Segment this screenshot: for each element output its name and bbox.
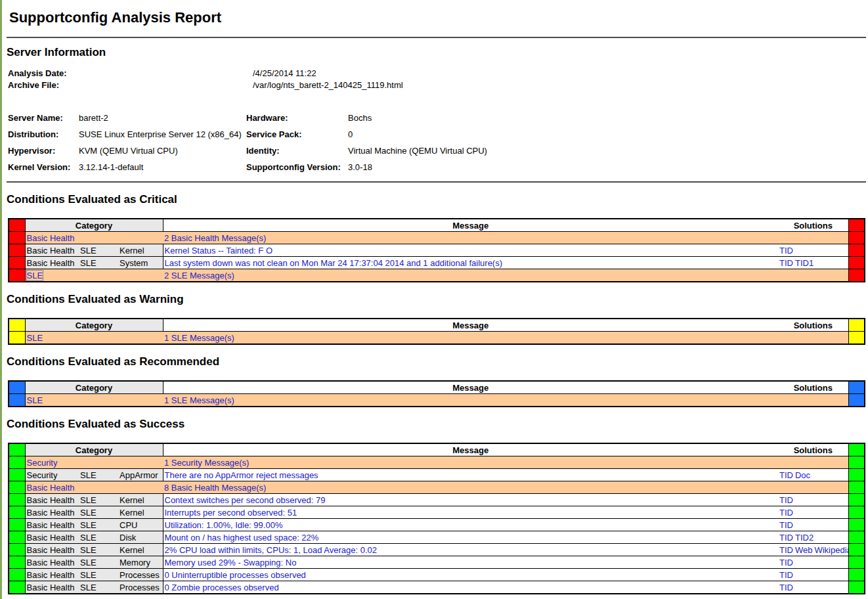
status-cell bbox=[848, 269, 865, 282]
solution-link[interactable]: TID bbox=[779, 520, 793, 530]
status-cell bbox=[9, 394, 25, 407]
meta-label: Archive File: bbox=[7, 79, 253, 91]
message-link[interactable]: 1 SLE Message(s) bbox=[164, 333, 234, 343]
server-detail-label: Hardware: bbox=[245, 110, 347, 126]
solutions-cell: TID bbox=[778, 519, 848, 531]
category-link[interactable]: Basic Health bbox=[27, 483, 75, 493]
status-cell bbox=[9, 319, 25, 332]
category-sub-cell: SLE bbox=[79, 506, 118, 519]
category-cell: Basic Health bbox=[25, 531, 79, 544]
server-detail-row: Hypervisor:KVM (QEMU Virtual CPU)Identit… bbox=[7, 143, 488, 159]
solution-link[interactable]: TID bbox=[779, 246, 793, 255]
solution-link[interactable]: TID bbox=[779, 508, 793, 518]
message-cell: Memory used 29% - Swapping: No bbox=[163, 556, 778, 569]
status-cell bbox=[848, 581, 865, 594]
conditions-table-warning: CategoryMessageSolutionsSLE1 SLE Message… bbox=[8, 318, 865, 345]
status-cell bbox=[9, 556, 25, 569]
server-detail-row: Kernel Version:3.12.14-1-defaultSupportc… bbox=[7, 159, 488, 175]
message-link[interactable]: 1 SLE Message(s) bbox=[164, 395, 234, 405]
table-row: SLE1 SLE Message(s) bbox=[9, 394, 865, 407]
message-link[interactable]: 2 SLE Message(s) bbox=[164, 271, 234, 280]
server-detail-label: Identity: bbox=[245, 143, 347, 159]
solution-link[interactable]: TID2 bbox=[795, 533, 814, 543]
status-cell bbox=[848, 381, 865, 394]
message-link[interactable]: Last system down was not clean on Mon Ma… bbox=[165, 258, 503, 268]
message-link[interactable]: Utilization: 1.00%, Idle: 99.00% bbox=[165, 520, 283, 530]
solutions-cell: TID bbox=[778, 569, 848, 581]
message-link[interactable]: Kernel Status -- Tainted: F O bbox=[165, 246, 273, 255]
category-link[interactable]: Basic Health bbox=[27, 233, 75, 243]
status-cell bbox=[9, 381, 25, 394]
solution-link[interactable]: TID bbox=[779, 495, 793, 505]
category-cell: Basic Health bbox=[25, 506, 79, 519]
column-header-message: Message bbox=[163, 319, 778, 332]
column-header-category: Category bbox=[25, 319, 163, 332]
summary-message-cell: 1 Security Message(s) bbox=[163, 456, 778, 469]
category-component-cell: Processes bbox=[118, 581, 163, 594]
message-link[interactable]: Context switches per second observed: 79 bbox=[165, 495, 326, 505]
category-component-cell: CPU bbox=[118, 519, 163, 531]
message-link[interactable]: 0 Uninterruptible processes observed bbox=[165, 570, 306, 580]
status-cell bbox=[9, 494, 25, 506]
category-sub-cell: SLE bbox=[79, 257, 118, 269]
message-link[interactable]: 2% CPU load within limits, CPUs: 1, Load… bbox=[165, 545, 377, 555]
column-header-message: Message bbox=[163, 219, 778, 232]
category-sub-cell: SLE bbox=[79, 519, 118, 531]
category-cell: Basic Health bbox=[25, 569, 79, 581]
solution-link[interactable]: TID bbox=[779, 583, 793, 592]
server-detail-value: SUSE Linux Enterprise Server 12 (x86_64) bbox=[77, 126, 245, 143]
status-cell bbox=[848, 232, 865, 244]
category-component-cell: Processes bbox=[118, 569, 163, 581]
category-component-cell: Kernel bbox=[118, 544, 163, 556]
summary-message-cell: 1 SLE Message(s) bbox=[163, 394, 778, 407]
category-link[interactable]: Security bbox=[27, 458, 58, 468]
solution-link[interactable]: TID bbox=[779, 470, 793, 480]
message-link[interactable]: Memory used 29% - Swapping: No bbox=[165, 558, 297, 567]
summary-solutions-cell bbox=[778, 394, 848, 407]
status-cell bbox=[848, 469, 865, 481]
meta-value: /var/log/nts_barett-2_140425_1119.html bbox=[253, 80, 403, 90]
summary-category-cell: Basic Health bbox=[25, 481, 163, 494]
section-heading-critical: Conditions Evaluated as Critical bbox=[7, 193, 866, 206]
status-cell bbox=[9, 269, 25, 282]
message-link[interactable]: 1 Security Message(s) bbox=[164, 458, 249, 468]
category-link[interactable]: SLE bbox=[27, 395, 43, 405]
category-sub-cell: SLE bbox=[79, 556, 118, 569]
title-divider bbox=[7, 37, 866, 38]
status-cell bbox=[9, 581, 25, 594]
message-link[interactable]: Interrupts per second observed: 51 bbox=[165, 508, 297, 518]
message-link[interactable]: 0 Zombie processes observed bbox=[165, 583, 279, 592]
category-link[interactable]: SLE bbox=[27, 271, 43, 280]
solution-link[interactable]: Doc bbox=[795, 470, 810, 480]
summary-category-cell: Basic Health bbox=[25, 232, 163, 244]
message-link[interactable]: 8 Basic Health Message(s) bbox=[164, 483, 266, 493]
column-header-category: Category bbox=[25, 219, 163, 232]
table-row: Basic HealthSLEMemoryMemory used 29% - S… bbox=[9, 556, 865, 569]
solutions-cell: TID bbox=[778, 581, 848, 594]
solution-link[interactable]: TID bbox=[779, 570, 793, 580]
message-cell: Utilization: 1.00%, Idle: 99.00% bbox=[163, 519, 778, 531]
solution-link[interactable]: Web bbox=[795, 545, 813, 555]
section-critical: Conditions Evaluated as CriticalCategory… bbox=[7, 193, 866, 282]
solution-link[interactable]: TID1 bbox=[795, 258, 814, 268]
header-row: CategoryMessageSolutions bbox=[9, 319, 865, 332]
section-heading-warning: Conditions Evaluated as Warning bbox=[7, 293, 866, 306]
server-detail-value: 3.0-18 bbox=[347, 159, 488, 175]
status-cell bbox=[848, 531, 865, 544]
category-cell: Basic Health bbox=[25, 556, 79, 569]
table-row: Basic HealthSLESystemLast system down wa… bbox=[9, 257, 865, 269]
solution-link[interactable]: Wikipedia bbox=[814, 545, 848, 555]
message-link[interactable]: There are no AppArmor reject messages bbox=[165, 470, 318, 480]
summary-solutions-cell bbox=[778, 269, 848, 282]
server-detail-value: 0 bbox=[347, 126, 488, 143]
status-cell bbox=[848, 519, 865, 531]
message-link[interactable]: 2 Basic Health Message(s) bbox=[164, 233, 266, 243]
solution-link[interactable]: TID bbox=[779, 533, 793, 543]
solution-link[interactable]: TID bbox=[779, 545, 793, 555]
solution-link[interactable]: TID bbox=[779, 258, 793, 268]
summary-category-cell: SLE bbox=[25, 269, 163, 282]
solution-link[interactable]: TID bbox=[779, 558, 793, 567]
category-link[interactable]: SLE bbox=[27, 333, 43, 343]
summary-solutions-cell bbox=[778, 332, 848, 345]
message-link[interactable]: Mount on / has highest used space: 22% bbox=[165, 533, 319, 543]
